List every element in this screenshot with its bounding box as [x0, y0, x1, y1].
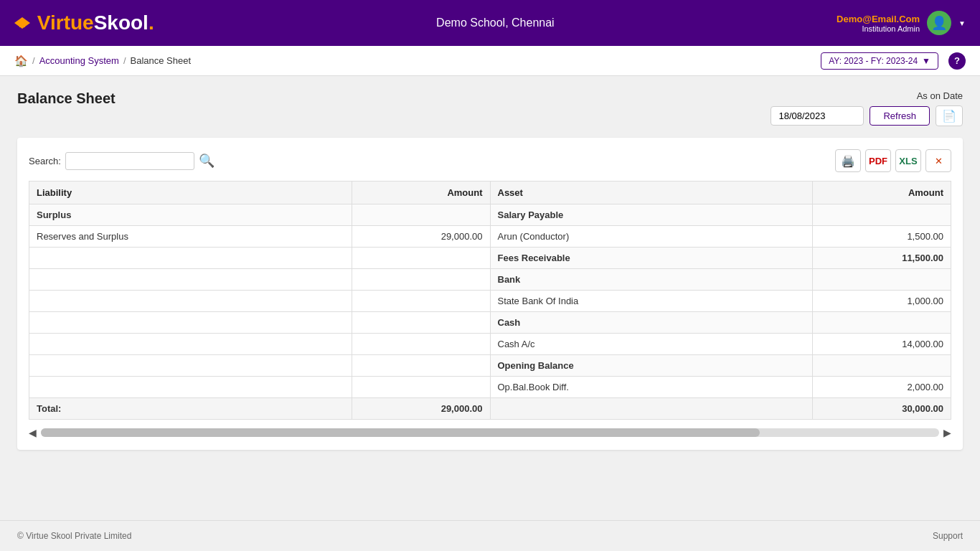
asset-cell: Opening Balance	[490, 355, 813, 377]
balance-sheet-table: Liability Amount Asset Amount Surplus Sa…	[29, 181, 951, 420]
fy-area: AY: 2023 - FY: 2023-24 ▼ ?	[821, 52, 966, 70]
school-name: Demo School, Chennai	[436, 17, 555, 29]
liability-cell	[29, 312, 352, 334]
print-icon: 🖨️	[841, 154, 855, 168]
home-icon[interactable]: 🏠	[14, 55, 28, 67]
logo: VirtueSkool.	[14, 11, 154, 34]
print-button[interactable]: 🖨️	[835, 149, 861, 172]
breadcrumb: 🏠 / Accounting System / Balance Sheet	[14, 55, 191, 67]
asset-cell: Cash A/c	[490, 334, 813, 355]
asset-cell: Cash	[490, 312, 813, 334]
liability-amount-col-header: Amount	[352, 182, 490, 204]
asset-amount-cell: 14,000.00	[813, 334, 951, 355]
table-row: Surplus Salary Payable	[29, 204, 951, 226]
app-header: VirtueSkool. Demo School, Chennai Demo@E…	[0, 0, 980, 46]
scroll-right-icon[interactable]: ▶	[943, 427, 951, 438]
footer: © Virtue Skool Private Limited Support	[0, 520, 980, 551]
table-row: Opening Balance	[29, 355, 951, 377]
table-row: Reserves and Surplus 29,000.00 Arun (Con…	[29, 226, 951, 248]
logo-dot: .	[149, 11, 154, 34]
liability-col-header: Liability	[29, 182, 352, 204]
scroll-left-icon[interactable]: ◀	[29, 427, 37, 438]
asset-amount-cell	[813, 312, 951, 334]
copyright-text: © Virtue Skool Private Limited	[17, 531, 131, 541]
asset-col-header: Asset	[490, 182, 813, 204]
liability-cell	[29, 291, 352, 312]
table-row: Cash	[29, 312, 951, 334]
fy-chevron-icon: ▼	[922, 56, 930, 66]
liability-amount-cell	[352, 269, 490, 291]
main-content: Balance Sheet As on Date Refresh 📄 Searc…	[0, 76, 980, 464]
user-info: Demo@Email.Com Institution Admin	[837, 14, 920, 33]
svg-rect-1	[19, 23, 25, 27]
breadcrumb-sep1: /	[32, 55, 35, 66]
logo-cap-icon	[14, 10, 30, 33]
table-toolbar: Search: 🔍 🖨️ PDF XLS ✕	[29, 149, 951, 172]
header-right: Demo@Email.Com Institution Admin 👤 ▼	[837, 11, 966, 35]
date-label: As on Date	[917, 90, 963, 101]
pdf-button[interactable]: PDF	[865, 149, 891, 172]
date-row: Refresh 📄	[771, 105, 963, 126]
page-title: Balance Sheet	[17, 90, 116, 107]
table-header-row: Liability Amount Asset Amount	[29, 182, 951, 204]
search-button[interactable]: 🔍	[199, 153, 215, 169]
liability-amount-cell	[352, 248, 490, 269]
refresh-button[interactable]: Refresh	[870, 106, 930, 126]
user-role: Institution Admin	[837, 24, 920, 33]
liability-amount-cell	[352, 291, 490, 312]
breadcrumb-accounting-system[interactable]: Accounting System	[39, 55, 119, 66]
asset-cell: Fees Receivable	[490, 248, 813, 269]
total-label: Total:	[29, 398, 352, 420]
excel-icon: XLS	[899, 156, 917, 166]
export-buttons: 🖨️ PDF XLS ✕	[835, 149, 951, 172]
file-icon: 📄	[942, 110, 956, 122]
asset-cell: Bank	[490, 269, 813, 291]
breadcrumb-current: Balance Sheet	[131, 55, 192, 66]
liability-cell	[29, 334, 352, 355]
search-input[interactable]	[65, 152, 194, 170]
table-row: Bank	[29, 269, 951, 291]
export-icon-button[interactable]: 📄	[936, 105, 963, 126]
liability-amount-cell: 29,000.00	[352, 226, 490, 248]
page-header: Balance Sheet As on Date Refresh 📄	[17, 90, 963, 126]
asset-amount-cell: 2,000.00	[813, 377, 951, 398]
liability-cell	[29, 355, 352, 377]
date-input[interactable]	[771, 106, 864, 126]
search-label: Search:	[29, 156, 61, 166]
horizontal-scrollbar[interactable]: ◀ ▶	[29, 427, 951, 438]
scroll-track[interactable]	[41, 428, 939, 437]
breadcrumb-bar: 🏠 / Accounting System / Balance Sheet AY…	[0, 46, 980, 76]
table-row: Fees Receivable 11,500.00	[29, 248, 951, 269]
asset-amount-cell	[813, 204, 951, 226]
liability-amount-cell	[352, 334, 490, 355]
logo-skool-text: Skool	[94, 11, 149, 34]
total-asset-label	[490, 398, 813, 420]
liability-amount-cell	[352, 312, 490, 334]
total-liability-amount: 29,000.00	[352, 398, 490, 420]
pdf-icon: PDF	[869, 156, 887, 166]
other-export-button[interactable]: ✕	[925, 149, 951, 172]
asset-amount-cell	[813, 355, 951, 377]
table-row: State Bank Of India 1,000.00	[29, 291, 951, 312]
search-area: Search: 🔍	[29, 152, 215, 170]
liability-cell: Surplus	[29, 204, 352, 226]
total-row: Total: 29,000.00 30,000.00	[29, 398, 951, 420]
asset-amount-cell: 1,500.00	[813, 226, 951, 248]
user-email: Demo@Email.Com	[837, 14, 920, 24]
asset-amount-cell: 11,500.00	[813, 248, 951, 269]
fy-label: AY: 2023 - FY: 2023-24	[829, 56, 918, 66]
date-section: As on Date Refresh 📄	[771, 90, 963, 126]
help-button[interactable]: ?	[948, 52, 966, 70]
scroll-thumb[interactable]	[41, 428, 760, 437]
breadcrumb-sep2: /	[123, 55, 126, 66]
table-row: Op.Bal.Book Diff. 2,000.00	[29, 377, 951, 398]
liability-amount-cell	[352, 377, 490, 398]
support-link[interactable]: Support	[933, 531, 963, 541]
avatar[interactable]: 👤	[927, 11, 951, 35]
fy-selector[interactable]: AY: 2023 - FY: 2023-24 ▼	[821, 52, 938, 70]
liability-cell	[29, 269, 352, 291]
excel-button[interactable]: XLS	[895, 149, 921, 172]
other-export-icon: ✕	[935, 156, 943, 166]
liability-amount-cell	[352, 355, 490, 377]
user-menu-chevron-icon[interactable]: ▼	[958, 19, 966, 27]
